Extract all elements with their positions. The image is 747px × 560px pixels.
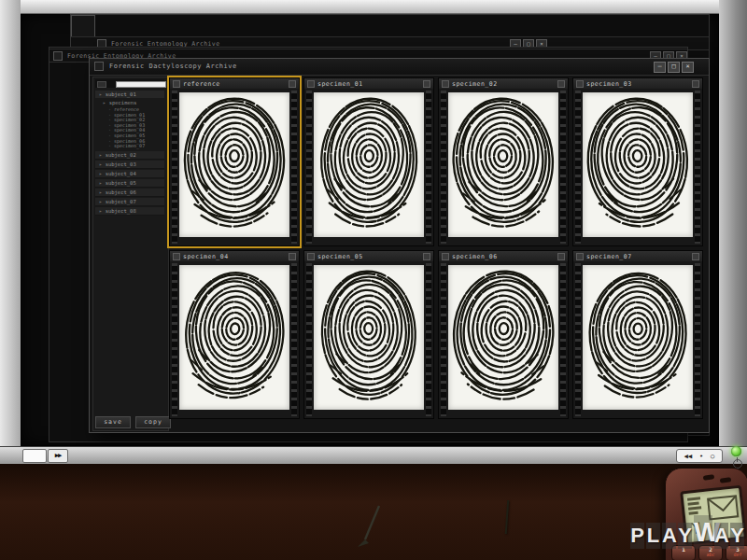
cell-specimen-04[interactable]: specimen_04 [169,250,300,419]
cell-corner-icon [289,253,296,260]
sidebar-item-subject[interactable]: subject_02 [95,151,164,160]
playway-logo: P L A Y W A Y [629,515,745,549]
cell-specimen-06[interactable]: specimen_06 [438,250,569,419]
sidebar-specimen-list: reference specimen_01 specimen_02 specim… [108,107,164,149]
window-icon [53,51,63,61]
cell-specimen-03[interactable]: specimen_03 [572,77,703,246]
specimen-label: specimen_07 [586,253,632,260]
power-led [731,446,741,456]
checkbox-icon[interactable] [307,80,315,88]
cell-corner-icon [423,80,430,88]
save-button[interactable]: save [95,416,131,428]
checkbox-icon[interactable] [173,80,180,88]
dot-icon[interactable]: • [699,453,703,460]
laptop-bezel-top [0,0,747,14]
checkbox-icon[interactable] [576,253,584,260]
window-dactyloscopy-archive: Forensic Dactyloscopy Archive – □ × subj… [89,58,710,433]
app-icon [71,15,95,37]
phone-speaker [703,474,715,481]
specimen-label: reference [183,80,220,88]
circle-icon[interactable]: ○ [711,453,714,460]
fingerprint-image [314,92,424,237]
film-frame [170,261,299,418]
menu-bars-icon [687,497,702,514]
cell-corner-icon [557,80,565,88]
sidebar-subject-list: subject_02 subject_03 subject_04 subject… [95,151,164,217]
cell-corner-icon [692,80,699,88]
close-button[interactable]: × [682,62,694,73]
window-titlebar[interactable]: Forensic Dactyloscopy Archive – □ × [90,59,709,76]
rewind-icon[interactable]: ◀◀ [684,453,692,460]
cell-corner-icon [557,253,565,260]
checkbox-icon[interactable] [442,253,449,260]
sidebar-header [95,79,164,88]
checkbox-icon[interactable] [173,253,180,260]
sidebar-slider[interactable] [116,81,166,88]
cell-reference[interactable]: reference [169,77,300,246]
archive-sidebar: subject_01 specimens reference specimen_… [92,77,169,431]
film-frame [304,89,433,245]
sidebar-item-subject[interactable]: subject_04 [95,170,164,178]
checkbox-icon[interactable] [442,80,449,88]
phone-speaker [720,477,732,483]
fast-forward-icon[interactable]: ▶▶ [48,449,68,463]
cell-specimen-07[interactable]: specimen_07 [572,250,703,419]
fingerprint-image [179,92,289,237]
sidebar-header-icon [97,81,106,88]
film-frame [170,89,299,245]
laptop-bezel-right [719,0,747,467]
film-frame [304,261,433,418]
fingerprint-image [179,265,289,410]
maximize-button[interactable]: □ [668,62,680,73]
film-frame [573,261,702,418]
fingerprint-image [448,92,558,237]
cell-specimen-01[interactable]: specimen_01 [303,77,434,246]
window-title: Forensic Dactyloscopy Archive [109,63,237,70]
checkbox-icon[interactable] [576,80,584,88]
dart-icon[interactable] [353,502,390,551]
minimize-button[interactable]: – [654,62,666,73]
specimen-grid: reference specimen_01 specimen_02 [169,77,708,421]
laptop-bezel-left [0,0,21,467]
tree-item[interactable]: specimen_07 [108,144,164,149]
sidebar-group-specimens[interactable]: specimens [103,100,164,106]
film-frame [439,89,568,245]
sidebar-item-subject[interactable]: subject_07 [95,198,164,206]
cell-specimen-05[interactable]: specimen_05 [303,250,434,419]
specimen-label: specimen_05 [317,253,363,260]
cell-corner-icon [289,80,296,88]
specimen-label: specimen_04 [183,253,229,260]
bezel-media-controls[interactable]: ◀◀ • ○ [676,449,723,463]
sidebar-item-subject-01[interactable]: subject_01 [95,91,164,98]
sidebar-item-subject[interactable]: subject_06 [95,189,164,197]
fingerprint-image [448,265,558,410]
fingerprint-image [583,92,693,237]
bezel-display-button[interactable] [22,449,47,463]
window-icon [94,62,104,71]
checkbox-icon[interactable] [307,253,315,260]
cell-corner-icon [692,253,699,260]
specimen-label: specimen_03 [586,80,632,88]
cell-corner-icon [423,253,430,260]
film-frame [573,89,702,245]
fingerprint-image [314,265,424,410]
cell-specimen-02[interactable]: specimen_02 [438,77,569,246]
specimen-label: specimen_01 [317,80,363,88]
sidebar-item-subject[interactable]: subject_08 [95,207,164,216]
specimen-label: specimen_02 [452,80,498,88]
fingerprint-image [583,265,693,410]
specimen-label: specimen_06 [452,253,498,260]
sidebar-item-subject[interactable]: subject_03 [95,161,164,169]
sidebar-item-subject[interactable]: subject_05 [95,179,164,188]
film-frame [439,261,568,418]
copy-button[interactable]: copy [135,416,171,428]
